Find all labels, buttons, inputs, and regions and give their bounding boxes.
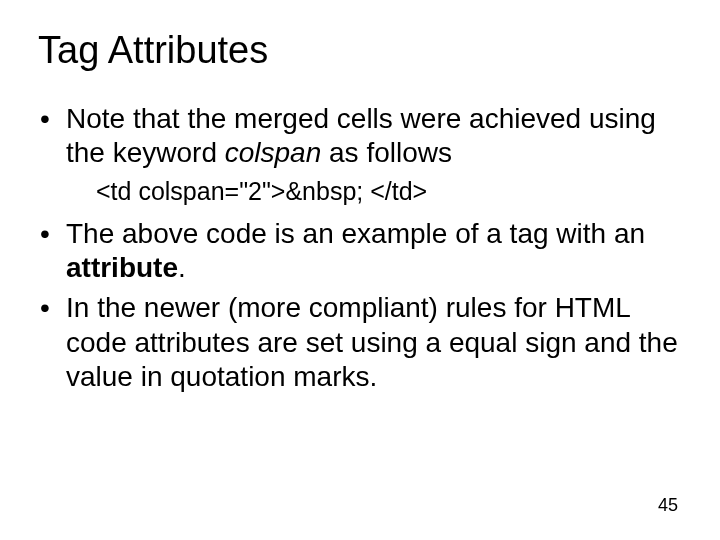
- bullet2-text-a: The above code is an example of a tag wi…: [66, 218, 645, 249]
- bullet1-text-b: as follows: [321, 137, 452, 168]
- bullet-item-3: In the newer (more compliant) rules for …: [38, 291, 682, 393]
- bullet-list-2: The above code is an example of a tag wi…: [38, 217, 682, 394]
- slide-title: Tag Attributes: [38, 28, 682, 74]
- slide: Tag Attributes Note that the merged cell…: [0, 0, 720, 540]
- bullet-list: Note that the merged cells were achieved…: [38, 102, 682, 170]
- bullet3-text: In the newer (more compliant) rules for …: [66, 292, 678, 391]
- bullet2-bold: attribute: [66, 252, 178, 283]
- bullet2-text-b: .: [178, 252, 186, 283]
- code-line: <td colspan="2">&nbsp; </td>: [38, 176, 682, 207]
- bullet-item-1: Note that the merged cells were achieved…: [38, 102, 682, 170]
- bullet-item-2: The above code is an example of a tag wi…: [38, 217, 682, 285]
- page-number: 45: [658, 495, 678, 516]
- bullet1-italic: colspan: [225, 137, 322, 168]
